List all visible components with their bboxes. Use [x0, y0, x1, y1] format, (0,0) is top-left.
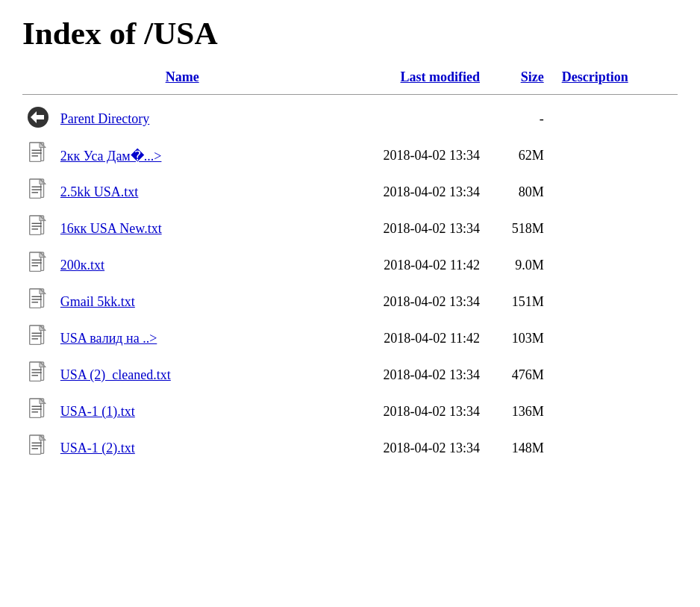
- file-modified-cell: [310, 101, 486, 137]
- file-name-cell: USA валид на ..>: [54, 320, 310, 357]
- file-name-cell: USA-1 (1).txt: [54, 393, 310, 430]
- file-size-cell: 103M: [486, 320, 550, 357]
- file-modified-cell: 2018-04-02 13:34: [310, 393, 486, 430]
- file-icon-cell: [22, 137, 54, 174]
- file-icon: [28, 288, 49, 312]
- page-title: Index of /USA: [22, 15, 678, 52]
- file-name-cell: USA-1 (2).txt: [54, 430, 310, 467]
- file-modified-cell: 2018-04-02 13:34: [310, 430, 486, 467]
- parent-dir-icon: [26, 105, 50, 129]
- file-icon: [28, 361, 49, 385]
- file-description-cell: [550, 137, 678, 174]
- file-modified-cell: 2018-04-02 13:34: [310, 357, 486, 393]
- table-row: Parent Directory-: [22, 101, 678, 137]
- file-modified-cell: 2018-04-02 11:42: [310, 247, 486, 284]
- file-size-cell: 476M: [486, 357, 550, 393]
- file-description-cell: [550, 320, 678, 357]
- file-description-cell: [550, 393, 678, 430]
- file-size-cell: 9.0M: [486, 247, 550, 284]
- file-modified-cell: 2018-04-02 13:34: [310, 174, 486, 211]
- file-icon: [28, 435, 49, 458]
- file-description-cell: [550, 284, 678, 320]
- file-icon-cell: [22, 357, 54, 393]
- name-sort-link[interactable]: Name: [166, 69, 199, 84]
- table-row: USA-1 (2).txt2018-04-02 13:34148M: [22, 430, 678, 467]
- file-icon: [28, 252, 49, 276]
- table-row: Gmail 5kk.txt2018-04-02 13:34151M: [22, 284, 678, 320]
- file-size-cell: 136M: [486, 393, 550, 430]
- file-size-cell: 518M: [486, 211, 550, 247]
- modified-sort-link[interactable]: Last modified: [400, 69, 480, 84]
- file-link[interactable]: Gmail 5kk.txt: [60, 294, 135, 309]
- file-name-cell: Gmail 5kk.txt: [54, 284, 310, 320]
- file-icon-cell: [22, 174, 54, 211]
- file-icon: [28, 178, 49, 202]
- table-row: 200к.txt2018-04-02 11:429.0M: [22, 247, 678, 284]
- file-description-cell: [550, 357, 678, 393]
- table-row: 2.5kk USA.txt2018-04-02 13:3480M: [22, 174, 678, 211]
- file-description-cell: [550, 101, 678, 137]
- table-row: USA-1 (1).txt2018-04-02 13:34136M: [22, 393, 678, 430]
- table-row: USA (2)_cleaned.txt2018-04-02 13:34476M: [22, 357, 678, 393]
- desc-sort-link[interactable]: Description: [562, 69, 628, 84]
- file-link[interactable]: 200к.txt: [60, 258, 104, 273]
- col-header-description: Description: [550, 66, 678, 88]
- file-name-cell: USA (2)_cleaned.txt: [54, 357, 310, 393]
- file-link[interactable]: 2.5kk USA.txt: [60, 184, 139, 199]
- file-name-cell: 2кк Уса Дам�...>: [54, 137, 310, 174]
- file-description-cell: [550, 174, 678, 211]
- icon-header-col: [22, 66, 54, 88]
- file-modified-cell: 2018-04-02 13:34: [310, 284, 486, 320]
- file-icon-cell: [22, 284, 54, 320]
- file-description-cell: [550, 247, 678, 284]
- file-icon-cell: [22, 247, 54, 284]
- file-link[interactable]: USA (2)_cleaned.txt: [60, 367, 171, 382]
- file-size-cell: 148M: [486, 430, 550, 467]
- col-header-name: Name: [54, 66, 310, 88]
- table-row: USA валид на ..>2018-04-02 11:42103M: [22, 320, 678, 357]
- file-link[interactable]: 16кк USA New.txt: [60, 221, 162, 236]
- file-icon-cell: [22, 430, 54, 467]
- file-icon-cell: [22, 393, 54, 430]
- table-row: 2кк Уса Дам�...>2018-04-02 13:3462M: [22, 137, 678, 174]
- file-size-cell: 80M: [486, 174, 550, 211]
- parent-dir-icon-cell: [22, 101, 54, 137]
- file-icon-cell: [22, 211, 54, 247]
- file-icon-cell: [22, 320, 54, 357]
- file-modified-cell: 2018-04-02 13:34: [310, 211, 486, 247]
- file-link[interactable]: 2кк Уса Дам�...>: [60, 149, 162, 164]
- file-link[interactable]: USA-1 (2).txt: [60, 441, 135, 455]
- file-name-cell: Parent Directory: [54, 101, 310, 137]
- file-size-cell: 62M: [486, 137, 550, 174]
- col-header-modified: Last modified: [310, 66, 486, 88]
- file-name-cell: 2.5kk USA.txt: [54, 174, 310, 211]
- file-description-cell: [550, 430, 678, 467]
- file-link[interactable]: USA-1 (1).txt: [60, 404, 135, 419]
- file-name-cell: 16кк USA New.txt: [54, 211, 310, 247]
- size-sort-link[interactable]: Size: [521, 69, 544, 84]
- file-icon: [28, 215, 49, 239]
- file-modified-cell: 2018-04-02 13:34: [310, 137, 486, 174]
- file-modified-cell: 2018-04-02 11:42: [310, 320, 486, 357]
- file-description-cell: [550, 211, 678, 247]
- file-icon: [28, 398, 49, 422]
- file-size-cell: -: [486, 101, 550, 137]
- file-link[interactable]: USA валид на ..>: [60, 331, 157, 346]
- header-divider: [22, 94, 678, 95]
- col-header-size: Size: [486, 66, 550, 88]
- file-name-cell: 200к.txt: [54, 247, 310, 284]
- directory-listing: Name Last modified Size Description Pare…: [22, 66, 678, 467]
- table-row: 16кк USA New.txt2018-04-02 13:34518M: [22, 211, 678, 247]
- file-icon: [28, 325, 49, 349]
- file-link[interactable]: Parent Directory: [60, 111, 149, 126]
- file-size-cell: 151M: [486, 284, 550, 320]
- file-icon: [28, 142, 49, 166]
